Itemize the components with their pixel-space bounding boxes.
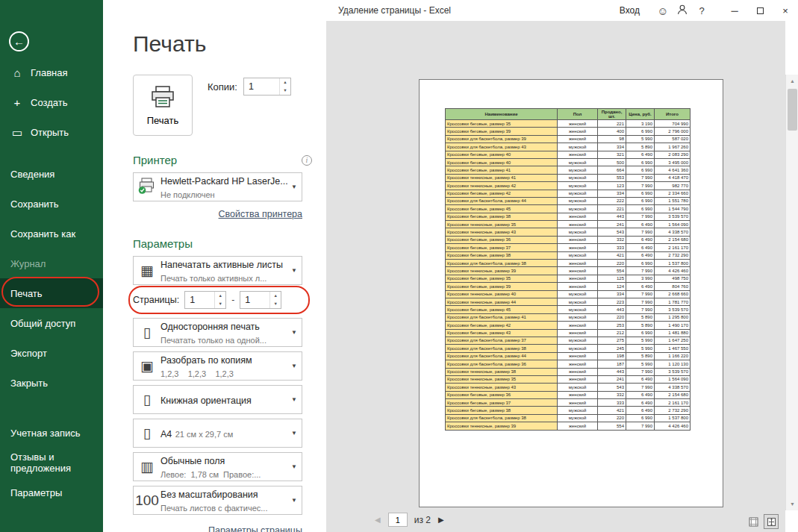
maximize-icon <box>757 7 764 14</box>
cell-gender: мужской <box>558 143 598 151</box>
setting-icon: ▯ <box>134 392 160 407</box>
printer-properties-link[interactable]: Свойства принтера <box>133 209 302 219</box>
sidebar-item[interactable]: Сохранить <box>0 189 103 219</box>
cell-name: Кроссовки беговые, размер 39 <box>446 128 558 135</box>
setting-subtitle: 21 см x 29,7 см <box>175 430 234 439</box>
zoom-to-page-button[interactable] <box>764 514 779 529</box>
spin-up-icon[interactable]: ▲ <box>270 292 281 300</box>
sidebar-item[interactable]: Сведения <box>0 159 103 189</box>
maximize-button[interactable] <box>747 0 773 21</box>
table-row: Кроссовки беговые, размер 42 женский 253… <box>446 322 691 329</box>
page-from-value[interactable]: 1 <box>185 292 214 308</box>
cell-name: Кроссовки беговые, размер 36 <box>446 391 558 398</box>
cell-gender: женский <box>558 283 598 290</box>
help-button[interactable]: ? <box>692 5 711 16</box>
copies-control: Копии: 1 ▲ ▼ <box>208 78 291 96</box>
cell-gender: мужской <box>558 205 598 213</box>
minimize-button[interactable]: ─ <box>722 0 747 21</box>
setting-subtitle: Левое: 1,78 см Правое:... <box>160 470 261 479</box>
cell-qty: 221 <box>598 205 626 213</box>
dropdown-caret-icon: ▼ <box>287 184 302 190</box>
page-number-input[interactable] <box>388 513 408 527</box>
sidebar-item[interactable]: Параметры <box>0 478 103 507</box>
printer-dropdown[interactable]: Hewlett-Packard HP LaserJe... Не подключ… <box>133 172 302 201</box>
cell-total: 1 467 550 <box>655 345 691 352</box>
cell-qty: 554 <box>598 422 626 430</box>
setting-dropdown[interactable]: ▯ Книжная ориентация ▼ <box>133 385 302 414</box>
cell-name: Кроссовки беговые, размер 41 <box>446 166 558 174</box>
copies-value[interactable]: 1 <box>244 78 279 95</box>
cell-name: Кроссовки теннисные, размер 42 <box>446 182 558 190</box>
account-person-icon[interactable] <box>673 4 692 17</box>
setting-dropdown[interactable]: ▯ A4 21 см x 29,7 см ▼ <box>133 419 302 448</box>
setting-dropdown[interactable]: ▥ Обычные поля Левое: 1,78 см Правое:...… <box>133 452 302 481</box>
preview-table-body: Кроссовки беговые, размер 35 женский 221… <box>446 120 691 431</box>
sidebar-item[interactable]: ▭ Открыть <box>0 117 103 147</box>
print-settings-panel: Печать Печать Копии: 1 ▲ ▼ При <box>133 21 312 532</box>
page-setup-link[interactable]: Параметры страницы <box>133 525 302 532</box>
scroll-down-icon[interactable]: ▼ <box>786 498 798 510</box>
close-button[interactable]: × <box>773 0 798 21</box>
spin-up-icon[interactable]: ▲ <box>280 78 290 87</box>
page-to-stepper[interactable]: 1 ▲ ▼ <box>240 291 281 309</box>
cell-qty: 221 <box>598 120 626 128</box>
setting-dropdown[interactable]: ▦ Напечатать активные листы Печать тольк… <box>133 256 302 285</box>
cell-qty: 664 <box>598 166 626 174</box>
setting-icon: ▯ <box>134 426 160 440</box>
cell-gender: женский <box>558 236 598 243</box>
cell-name: Кроссовки для баскетбола, размер 44 <box>446 197 558 204</box>
cell-price: 5 890 <box>626 143 655 151</box>
cell-name: Кроссовки теннисные, размер 44 <box>446 298 558 305</box>
sidebar-item[interactable]: Отзывы и предложения <box>0 448 103 478</box>
sidebar-item[interactable]: Закрыть <box>0 368 103 398</box>
sidebar-item[interactable]: Общий доступ <box>0 308 103 338</box>
cell-gender: мужской <box>558 407 598 414</box>
preview-scrollbar[interactable]: ▲ ▼ <box>785 75 798 510</box>
setting-icon: ▯ <box>134 325 160 339</box>
back-button[interactable]: ← <box>9 31 29 51</box>
scrollbar-thumb[interactable] <box>788 89 797 131</box>
cell-qty: 220 <box>598 313 626 321</box>
setting-dropdown[interactable]: 100 Без масштабирования Печать листов с … <box>133 486 302 515</box>
scroll-up-icon[interactable]: ▲ <box>786 75 798 87</box>
spin-up-icon[interactable]: ▲ <box>215 292 225 300</box>
show-margins-button[interactable] <box>746 514 761 529</box>
dropdown-caret-icon: ▼ <box>287 430 302 436</box>
cell-name: Кроссовки беговые, размер 45 <box>446 205 558 213</box>
table-row: Кроссовки для баскетбола, размер 39 женс… <box>446 135 691 143</box>
dropdown-caret-icon: ▼ <box>287 396 302 403</box>
cell-name: Кроссовки теннисные, размер 38 <box>446 368 558 375</box>
spin-down-icon[interactable]: ▼ <box>215 300 225 308</box>
print-button[interactable]: Печать <box>133 75 193 136</box>
next-page-icon[interactable]: ▶ <box>438 516 444 524</box>
spin-down-icon[interactable]: ▼ <box>280 87 290 95</box>
setting-dropdown[interactable]: ▯ Односторонняя печать Печатать только н… <box>133 318 302 347</box>
page-from-stepper[interactable]: 1 ▲ ▼ <box>184 291 226 309</box>
sidebar-item[interactable]: Экспорт <box>0 338 103 368</box>
cell-name: Кроссовки беговые, размер 38 <box>446 407 558 414</box>
setting-icon: ▣ <box>134 359 160 373</box>
sidebar-item[interactable]: Печать <box>0 278 103 308</box>
previous-page-icon[interactable]: ◀ <box>375 516 381 524</box>
sign-in-button[interactable]: Вход <box>620 5 640 16</box>
sidebar-item[interactable]: ⌂ Главная <box>0 57 103 87</box>
feedback-smiley-icon[interactable]: ☺ <box>653 4 673 17</box>
info-icon[interactable]: i <box>302 155 312 166</box>
cell-qty: 220 <box>598 414 626 422</box>
cell-price: 6 490 <box>626 391 655 398</box>
cell-price: 5 890 <box>626 322 655 329</box>
cell-qty: 543 <box>598 384 626 391</box>
spin-down-icon[interactable]: ▼ <box>270 300 281 308</box>
sidebar-item[interactable]: Учетная запись <box>0 418 103 448</box>
page-to-value[interactable]: 1 <box>240 292 269 308</box>
setting-dropdown[interactable]: ▣ Разобрать по копиям 1,2,3 1,2,3 1,2,3 … <box>133 351 302 381</box>
sidebar-item[interactable]: + Создать <box>0 87 103 117</box>
cell-gender: женский <box>558 221 598 228</box>
cell-name: Кроссовки беговые, размер 42 <box>446 322 558 329</box>
back-arrow-icon: ← <box>13 35 25 48</box>
page-title: Печать <box>133 31 312 57</box>
sidebar-item[interactable]: Журнал <box>0 248 103 278</box>
titlebar-controls: Вход ☺ ? ─ × <box>620 0 798 21</box>
sidebar-item[interactable]: Сохранить как <box>0 219 103 248</box>
copies-stepper[interactable]: 1 ▲ ▼ <box>243 78 291 96</box>
